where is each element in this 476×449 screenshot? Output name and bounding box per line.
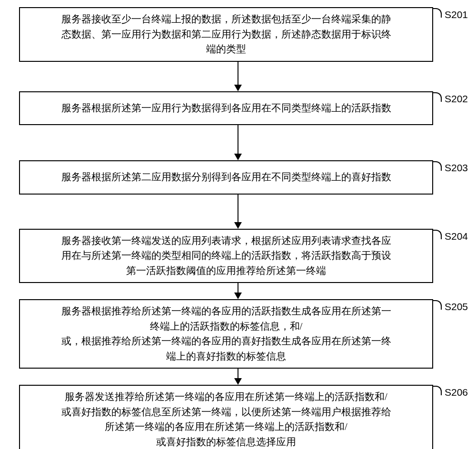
step-text: 端上的喜好指数的标签信息 — [28, 349, 425, 364]
step-label-s202: S202 — [445, 91, 468, 107]
step-text: 用在与所述第一终端的类型相同的终端上的活跃指数，将活跃指数高于预设 — [28, 248, 425, 264]
step-row-s202: 服务器根据所述第一应用行为数据得到各应用在不同类型终端上的活跃指数 S202 — [19, 91, 457, 126]
label-connector — [432, 92, 442, 102]
step-text: 服务器接收至少一台终端上报的数据，所述数据包括至少一台终端采集的静 — [28, 12, 425, 27]
step-label-s203: S203 — [445, 160, 468, 176]
step-text: 所述第一终端的各应用在所述第一终端上的活跃指数和/ — [28, 420, 425, 435]
step-text: 或喜好指数的标签信息至所述第一终端，以便所述第一终端用户根据推荐给 — [28, 405, 425, 420]
step-text: 第一活跃指数阈值的应用推荐给所述第一终端 — [28, 264, 425, 279]
step-label-s205: S205 — [445, 299, 468, 314]
step-text: 服务器根据所述第一应用行为数据得到各应用在不同类型终端上的活跃指数 — [28, 101, 425, 116]
step-row-s204: 服务器接收第一终端发送的应用列表请求，根据所述应用列表请求查找各应 用在与所述第… — [19, 229, 457, 283]
step-row-s206: 服务器发送推荐给所述第一终端的各应用在所述第一终端上的活跃指数和/ 或喜好指数的… — [19, 385, 457, 449]
step-box-s201: 服务器接收至少一台终端上报的数据，所述数据包括至少一台终端采集的静 态数据、第一… — [19, 7, 433, 62]
step-text: 服务器发送推荐给所述第一终端的各应用在所述第一终端上的活跃指数和/ — [28, 390, 425, 405]
step-text: 或喜好指数的标签信息选择应用 — [28, 435, 425, 449]
arrow-down-icon — [234, 283, 242, 299]
step-text: 服务器根据所述第二应用数据分别得到各应用在不同类型终端上的喜好指数 — [28, 170, 425, 185]
step-text: 或，根据推荐给所述第一终端的各应用的喜好指数生成各应用在所述第一终 — [28, 334, 425, 349]
step-label-s201: S201 — [445, 7, 468, 22]
step-box-s203: 服务器根据所述第二应用数据分别得到各应用在不同类型终端上的喜好指数 S203 — [19, 160, 433, 195]
label-connector — [432, 386, 442, 395]
label-connector — [432, 161, 442, 171]
label-connector — [432, 300, 442, 310]
label-connector — [432, 8, 442, 18]
arrow-down-icon — [234, 369, 242, 385]
step-text: 态数据、第一应用行为数据和第二应用行为数据，所述静态数据用于标识终 — [28, 27, 425, 42]
flowchart-container: 服务器接收至少一台终端上报的数据，所述数据包括至少一台终端采集的静 态数据、第一… — [19, 7, 457, 449]
step-row-s201: 服务器接收至少一台终端上报的数据，所述数据包括至少一台终端采集的静 态数据、第一… — [19, 7, 457, 62]
step-label-s206: S206 — [445, 385, 468, 400]
step-box-s202: 服务器根据所述第一应用行为数据得到各应用在不同类型终端上的活跃指数 S202 — [19, 91, 433, 126]
step-text: 服务器接收第一终端发送的应用列表请求，根据所述应用列表请求查找各应 — [28, 234, 425, 249]
step-text: 服务器根据推荐给所述第一终端的各应用的活跃指数生成各应用在所述第一 — [28, 304, 425, 319]
arrow-down-icon — [234, 62, 242, 91]
step-box-s205: 服务器根据推荐给所述第一终端的各应用的活跃指数生成各应用在所述第一 终端上的活跃… — [19, 299, 433, 369]
arrow-down-icon — [234, 125, 242, 160]
label-connector — [432, 230, 442, 239]
step-text: 终端上的活跃指数的标签信息，和/ — [28, 319, 425, 334]
arrow-down-icon — [234, 195, 242, 229]
step-box-s206: 服务器发送推荐给所述第一终端的各应用在所述第一终端上的活跃指数和/ 或喜好指数的… — [19, 385, 433, 449]
step-label-s204: S204 — [445, 229, 468, 244]
step-text: 端的类型 — [28, 42, 425, 57]
step-row-s205: 服务器根据推荐给所述第一终端的各应用的活跃指数生成各应用在所述第一 终端上的活跃… — [19, 299, 457, 369]
step-box-s204: 服务器接收第一终端发送的应用列表请求，根据所述应用列表请求查找各应 用在与所述第… — [19, 229, 433, 283]
step-row-s203: 服务器根据所述第二应用数据分别得到各应用在不同类型终端上的喜好指数 S203 — [19, 160, 457, 195]
